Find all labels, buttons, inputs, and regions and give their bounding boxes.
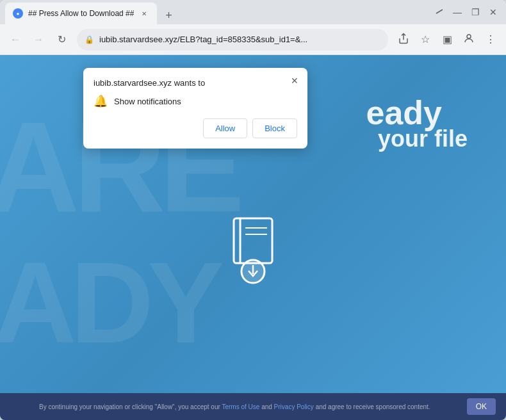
back-button[interactable]: ←: [5, 29, 26, 50]
block-button[interactable]: Block: [252, 118, 297, 138]
sidebar-icon: ▣: [443, 33, 452, 45]
forward-button[interactable]: →: [28, 29, 49, 50]
window-controls: — ❐ ✕: [432, 4, 501, 20]
popup-domain: iubib.starvardsee.xyz wants to: [94, 78, 297, 88]
bookmark-button[interactable]: ☆: [415, 29, 436, 50]
notification-label: Show notifications: [114, 97, 181, 106]
bottom-bar-text: By continuing your navigation or clickin…: [10, 403, 459, 410]
terms-link[interactable]: Terms of Use: [222, 403, 259, 410]
tab-area: ● ## Press Allow to Download ## ✕ +: [5, 0, 427, 24]
share-icon: [398, 33, 409, 47]
reload-icon: ↻: [58, 33, 66, 45]
profile-button[interactable]: [459, 29, 479, 50]
download-icon: [221, 215, 285, 286]
watermark-bg2: ADY: [0, 236, 218, 369]
bell-icon: 🔔: [94, 94, 108, 108]
bottom-bar: By continuing your navigation or clickin…: [0, 393, 506, 420]
bottom-text-end: and agree to receive sponsored content.: [316, 403, 430, 410]
bottom-text-and: and: [261, 403, 272, 410]
close-button[interactable]: ✕: [486, 4, 501, 20]
lock-icon: 🔒: [85, 35, 94, 44]
forward-icon: →: [33, 34, 44, 45]
svg-point-1: [467, 35, 471, 38]
page-background: eady your file ARE ADY: [0, 55, 506, 420]
title-bar: ● ## Press Allow to Download ## ✕ + — ❐ …: [0, 0, 506, 24]
privacy-link[interactable]: Privacy Policy: [274, 403, 314, 410]
toolbar: ← → ↻ 🔒 iubib.starvardsee.xyz/ELB?tag_id…: [0, 24, 506, 55]
download-icon-area: [221, 215, 285, 286]
bottom-text-prefix: By continuing your navigation or clickin…: [39, 403, 220, 410]
active-tab[interactable]: ● ## Press Allow to Download ## ✕: [5, 3, 157, 24]
popup-close-button[interactable]: ✕: [288, 74, 301, 87]
menu-icon: ⋮: [486, 33, 496, 45]
ok-button[interactable]: OK: [467, 398, 496, 415]
tab-favicon: ●: [13, 8, 23, 19]
tab-title: ## Press Allow to Download ##: [28, 9, 134, 18]
svg-line-0: [436, 10, 443, 13]
tab-close-button[interactable]: ✕: [139, 8, 149, 19]
menu-button[interactable]: ⋮: [480, 29, 501, 50]
sidebar-button[interactable]: ▣: [437, 29, 457, 50]
bookmark-icon: ☆: [421, 33, 430, 45]
new-tab-button[interactable]: +: [159, 6, 177, 24]
reload-button[interactable]: ↻: [51, 29, 72, 50]
minimize-button[interactable]: —: [450, 4, 465, 20]
notification-popup: ✕ iubib.starvardsee.xyz wants to 🔔 Show …: [83, 68, 307, 149]
url-text: iubib.starvardsee.xyz/ELB?tag_id=858335&…: [99, 35, 380, 44]
popup-notification-row: 🔔 Show notifications: [94, 94, 297, 108]
toolbar-right: ☆ ▣ ⋮: [393, 29, 501, 50]
share-button[interactable]: [393, 29, 414, 50]
content-area: eady your file ARE ADY: [0, 55, 506, 420]
maximize-button[interactable]: ❐: [468, 4, 483, 20]
browser-window: ● ## Press Allow to Download ## ✕ + — ❐ …: [0, 0, 506, 420]
popup-buttons: Allow Block: [94, 118, 297, 138]
page-text-file: your file: [378, 125, 468, 152]
collapse-icon[interactable]: [432, 4, 447, 20]
address-bar[interactable]: 🔒 iubib.starvardsee.xyz/ELB?tag_id=85833…: [77, 29, 388, 51]
allow-button[interactable]: Allow: [203, 118, 247, 138]
profile-icon: [463, 33, 475, 47]
back-icon: ←: [10, 34, 20, 45]
